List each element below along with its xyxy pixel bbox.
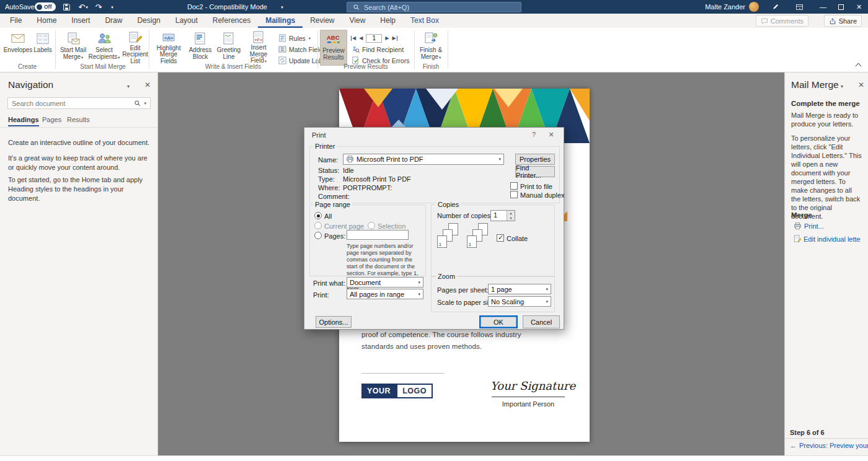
- tab-insert[interactable]: Insert: [64, 14, 97, 28]
- stepper-up-icon[interactable]: ▲: [507, 211, 515, 216]
- printer-name-select[interactable]: Microsoft Print to PDF ▾: [343, 154, 504, 165]
- step-indicator: Step 6 of 6: [790, 429, 825, 436]
- undo-icon[interactable]: ↶▾: [76, 2, 91, 12]
- rules-button[interactable]: Rules ▾: [278, 33, 311, 43]
- quick-access-toolbar-chevron-icon[interactable]: ▾: [107, 2, 118, 12]
- labels-button[interactable]: Labels: [32, 30, 53, 64]
- ok-button[interactable]: OK: [479, 315, 518, 328]
- highlight-merge-fields-icon: «A»: [162, 31, 175, 44]
- select-recipients-button[interactable]: Select Recipients▾: [89, 30, 119, 64]
- start-mail-merge-button[interactable]: Start Mail Merge▾: [58, 30, 88, 64]
- pages-label: Pages:: [324, 232, 345, 240]
- maximize-button[interactable]: [832, 0, 850, 14]
- scale-to-paper-select[interactable]: No Scaling ▾: [488, 296, 551, 307]
- first-record-icon[interactable]: ◀: [351, 36, 356, 41]
- greeting-line-button[interactable]: Greeting Line: [216, 30, 242, 64]
- search-options-chevron-icon[interactable]: ▾: [144, 101, 146, 106]
- ribbon-display-options-icon[interactable]: [794, 2, 805, 12]
- navigation-pane-menu-chevron-icon[interactable]: ▾: [127, 84, 130, 89]
- dialog-help-icon[interactable]: ?: [529, 131, 539, 138]
- cancel-button[interactable]: Cancel: [523, 315, 560, 328]
- selection-radio[interactable]: [368, 222, 375, 229]
- finish-and-merge-button[interactable]: Finish & Merge▾: [417, 30, 445, 64]
- manual-duplex-checkbox[interactable]: [510, 191, 518, 198]
- tab-file[interactable]: File: [2, 14, 29, 28]
- previous-record-icon[interactable]: ◀: [359, 36, 363, 41]
- tab-design[interactable]: Design: [130, 14, 167, 28]
- mail-merge-pane-close-icon[interactable]: ✕: [858, 81, 864, 89]
- search-placeholder: Search (Alt+Q): [364, 4, 409, 11]
- pages-input[interactable]: [347, 230, 409, 240]
- collate-checkbox[interactable]: [497, 234, 504, 242]
- tab-help[interactable]: Help: [373, 14, 403, 28]
- match-fields-button[interactable]: Match Fields: [278, 45, 326, 54]
- current-page-radio[interactable]: [314, 222, 322, 229]
- comments-label: Comments: [771, 17, 804, 25]
- pages-radio[interactable]: [314, 232, 322, 239]
- previous-step-link[interactable]: ← Previous: Preview your: [790, 442, 868, 449]
- minimize-button[interactable]: —: [814, 0, 832, 14]
- envelopes-button[interactable]: Envelopes: [5, 30, 31, 64]
- print-range-select[interactable]: All pages in range ▾: [347, 289, 423, 299]
- highlight-merge-fields-button[interactable]: «A» Highlight Merge Fields: [153, 30, 185, 64]
- avatar[interactable]: [749, 2, 759, 12]
- document-search-input[interactable]: Search document ▾: [7, 97, 151, 109]
- pages-per-sheet-select[interactable]: 1 page ▾: [488, 284, 551, 294]
- comments-button[interactable]: Comments: [756, 15, 808, 27]
- tab-layout[interactable]: Layout: [168, 14, 205, 28]
- all-pages-radio[interactable]: [314, 212, 322, 219]
- edit-individual-letters-label: Edit individual lette: [804, 235, 861, 243]
- title-dropdown-chevron-icon[interactable]: ▾: [277, 2, 288, 12]
- properties-button[interactable]: Properties: [515, 154, 555, 165]
- navigation-pane: Navigation ▾ ✕ Search document ▾ Heading…: [0, 72, 158, 455]
- highlight-merge-fields-label: Highlight Merge Fields: [157, 45, 181, 64]
- find-recipient-button[interactable]: Find Recipient: [351, 45, 404, 54]
- find-printer-button[interactable]: Find Printer...: [515, 166, 555, 177]
- tab-review[interactable]: Review: [303, 14, 342, 28]
- tab-text-box[interactable]: Text Box: [403, 14, 446, 28]
- edit-individual-letters-link[interactable]: Edit individual lette: [794, 235, 867, 243]
- dialog-close-icon[interactable]: ✕: [546, 131, 556, 139]
- tab-home[interactable]: Home: [29, 14, 64, 28]
- search-icon: [134, 100, 141, 107]
- nav-tab-results[interactable]: Results: [67, 116, 90, 125]
- editing-pen-icon[interactable]: [770, 2, 781, 12]
- select-recipients-label: Select Recipients: [89, 46, 118, 60]
- collate-page: 1: [437, 235, 447, 248]
- collapse-ribbon-chevron-icon[interactable]: [856, 63, 862, 69]
- close-button[interactable]: ✕: [850, 0, 868, 14]
- autosave-toggle[interactable]: Off: [35, 2, 56, 11]
- find-printer-button-label: Find Printer...: [516, 164, 554, 179]
- tab-mailings[interactable]: Mailings: [258, 14, 303, 28]
- stepper-down-icon[interactable]: ▼: [507, 216, 515, 221]
- search-input[interactable]: Search (Alt+Q): [347, 2, 521, 12]
- nav-tab-pages[interactable]: Pages: [42, 116, 61, 125]
- print-what-select[interactable]: Document ▾: [347, 277, 423, 288]
- svg-text:ABC: ABC: [327, 34, 340, 41]
- word-application-window: AutoSave Off ↶▾ ↷ ▾ Doc2 - Compatibility…: [0, 0, 868, 461]
- ok-button-label: OK: [494, 318, 503, 326]
- nav-tab-headings[interactable]: Headings: [8, 116, 39, 126]
- print-link[interactable]: Print...: [794, 222, 867, 230]
- last-record-icon[interactable]: ▶: [392, 36, 397, 41]
- share-button[interactable]: Share: [824, 15, 862, 27]
- next-record-icon[interactable]: ▶: [385, 36, 389, 41]
- insert-merge-field-button[interactable]: «F» Insert Merge Field▾: [243, 30, 274, 64]
- navigation-pane-close-icon[interactable]: ✕: [144, 81, 151, 89]
- group-divider: [149, 30, 149, 69]
- save-icon[interactable]: [61, 2, 72, 12]
- preview-results-toggle[interactable]: ABC Preview Results: [320, 30, 347, 66]
- user-name[interactable]: Malte Zander: [705, 3, 745, 11]
- tab-draw[interactable]: Draw: [97, 14, 130, 28]
- tab-view[interactable]: View: [342, 14, 373, 28]
- number-of-copies-stepper[interactable]: 1 ▲▼: [490, 210, 515, 221]
- tab-references[interactable]: References: [205, 14, 258, 28]
- record-number-input[interactable]: 1: [366, 34, 382, 43]
- collate-preview-icon: 3 2 1: [437, 223, 464, 254]
- edit-recipient-list-button[interactable]: Edit Recipient List: [120, 30, 150, 64]
- address-block-button[interactable]: Address Block: [186, 30, 215, 64]
- options-button[interactable]: Options...: [316, 316, 352, 328]
- print-to-file-checkbox[interactable]: [510, 182, 518, 190]
- mail-merge-pane-menu-chevron-icon[interactable]: ▾: [841, 84, 843, 89]
- redo-icon[interactable]: ↷: [93, 2, 104, 12]
